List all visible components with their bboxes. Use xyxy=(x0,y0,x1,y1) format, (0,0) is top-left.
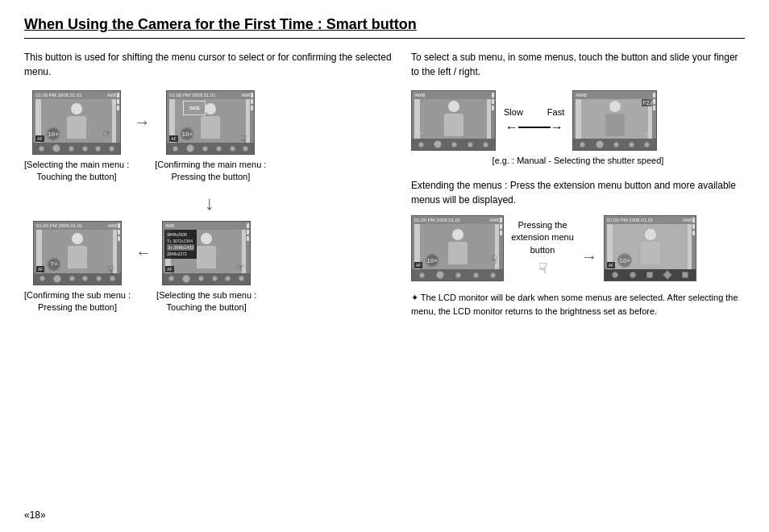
note-body: The LCD monitor will be dark when some m… xyxy=(411,293,738,316)
pressing-label: Pressing the extension menu button xyxy=(510,219,575,256)
extending-text: Extending the menus : Press the extensio… xyxy=(411,178,745,207)
cursor-icon: ☟ xyxy=(538,260,547,277)
page-title: When Using the Camera for the First Time… xyxy=(24,16,745,39)
note-section: ✦ The LCD monitor will be dark when some… xyxy=(411,291,745,318)
caption-select-sub: [Selecting the sub menu : Touching the b… xyxy=(156,289,256,314)
fast-screen-container: AWB F2.8 xyxy=(572,90,657,151)
after-extension-camera: 01:00 PM 2008.01.01 AWB AF 10+ xyxy=(604,215,696,281)
size-badge: SIZE xyxy=(183,101,206,115)
arrow-right-1: → xyxy=(129,113,155,131)
caption-confirm-main: [Confirming the main menu : Pressing the… xyxy=(155,159,266,184)
page-number: «18» xyxy=(24,509,46,521)
screen-1-container: 01:00 PM 2008.01.01 AWB AF 10+ xyxy=(24,90,129,184)
slow-label: Slow xyxy=(504,107,523,117)
camera-screen-4: AWB 9848x2008 7+ 3072x2304 3+ 2648x2432 xyxy=(162,221,251,285)
fast-camera-screen: AWB F2.8 xyxy=(572,90,657,151)
caption-confirm-sub: [Confirming the sub menu : Pressing the … xyxy=(24,289,131,314)
slow-screen-container: AWB xyxy=(411,90,496,151)
arrow-down: ↓ xyxy=(24,192,395,214)
bidirectional-arrow: ← → xyxy=(505,120,563,135)
extension-row: 01:00 PM 2008.01.01 AWB AF 10+ xyxy=(411,215,745,281)
slow-fast-arrows: Slow Fast ← → xyxy=(504,107,564,135)
note-symbol: ✦ xyxy=(411,293,418,302)
screens-row-1: 01:00 PM 2008.01.01 AWB AF 10+ xyxy=(24,90,395,184)
left-column: This button is used for shifting the men… xyxy=(24,50,395,322)
screens-row-2: 01:00 PM 2008.01.01 AWB AF 7+ xyxy=(24,221,395,314)
slow-camera-screen: AWB xyxy=(411,90,496,151)
screen-2-container: 01:00 PM 2008.01.01 AWB SIZE AF 10+ xyxy=(155,90,266,184)
before-extension-screen: 01:00 PM 2008.01.01 AWB AF 10+ xyxy=(411,215,504,281)
camera-screen-2: 01:00 PM 2008.01.01 AWB SIZE AF 10+ xyxy=(166,90,255,155)
camera-screen-3: 01:00 PM 2008.01.01 AWB AF 7+ xyxy=(33,221,122,285)
after-extension-screen: 01:00 PM 2008.01.01 AWB AF 10+ xyxy=(604,215,696,281)
slow-fast-label-row: Slow Fast xyxy=(504,107,564,117)
eg-caption: [e.g. : Manual - Selecting the shutter s… xyxy=(411,156,745,165)
screen-4-container: AWB 9848x2008 7+ 3072x2304 3+ 2648x2432 xyxy=(156,221,256,314)
caption-select-main: [Selecting the main menu : Touching the … xyxy=(24,159,129,184)
before-extension-camera: 01:00 PM 2008.01.01 AWB AF 10+ xyxy=(411,215,504,281)
note-text: ✦ The LCD monitor will be dark when some… xyxy=(411,291,745,318)
right-column: To select a sub menu, in some menus, tou… xyxy=(411,50,745,322)
arrow-right-extension: → xyxy=(581,247,597,266)
intro-right: To select a sub menu, in some menus, tou… xyxy=(411,50,745,79)
intro-left: This button is used for shifting the men… xyxy=(24,50,395,79)
camera-screen-1: 01:00 PM 2008.01.01 AWB AF 10+ xyxy=(32,90,121,155)
fast-label: Fast xyxy=(547,107,564,117)
slow-fast-section: AWB xyxy=(411,90,745,151)
pressing-section: Pressing the extension menu button ☟ xyxy=(510,219,575,277)
menu-overlay-1: 9848x2008 7+ 3072x2304 3+ 2648x2432 2848… xyxy=(164,230,197,259)
arrow-left-1: ← xyxy=(131,243,156,262)
screen-3-container: 01:00 PM 2008.01.01 AWB AF 7+ xyxy=(24,221,131,314)
